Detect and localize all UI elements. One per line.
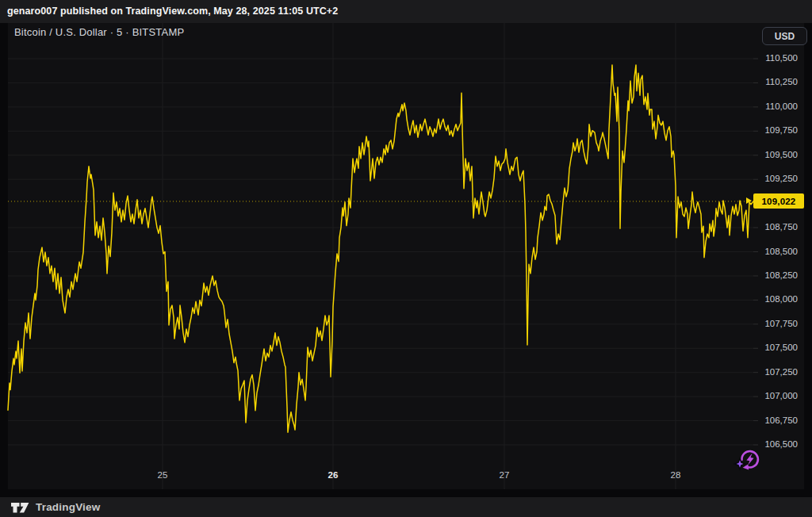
- price-axis-label: 108,250: [755, 270, 798, 280]
- chart-pane[interactable]: [8, 23, 804, 489]
- price-axis-label: 108,000: [755, 294, 798, 304]
- publish-bar: genaro007 published on TradingView.com, …: [0, 0, 812, 23]
- time-axis-label: 28: [658, 470, 693, 480]
- time-axis-label: 25: [145, 470, 180, 480]
- price-axis-label: 107,250: [755, 367, 798, 377]
- currency-toggle-button[interactable]: USD: [762, 27, 807, 45]
- price-axis-label: 107,750: [755, 319, 798, 328]
- price-axis-label: 109,250: [755, 174, 798, 183]
- publish-text: genaro007 published on TradingView.com, …: [0, 0, 338, 23]
- price-axis-label: 110,250: [755, 77, 798, 86]
- tradingview-logo[interactable]: [10, 500, 32, 515]
- symbol-title: Bitcoin / U.S. Dollar · 5 · BITSTAMP: [14, 26, 184, 38]
- price-axis-label: 106,750: [755, 416, 798, 425]
- last-price-label: 109,022: [753, 193, 804, 209]
- time-axis-label: 26: [316, 470, 350, 480]
- brand-bar: TradingView: [0, 497, 812, 517]
- price-axis-label: 108,750: [755, 222, 798, 232]
- price-axis-label: 109,750: [755, 125, 798, 135]
- price-axis-label: 107,500: [755, 343, 798, 352]
- last-price-arrow-icon: [746, 197, 752, 204]
- price-axis-label: 107,000: [755, 391, 798, 400]
- time-axis-label: 27: [487, 470, 522, 480]
- price-axis-label: 110,500: [755, 53, 798, 63]
- price-axis-label: 110,000: [755, 101, 798, 111]
- price-axis-label: 109,500: [755, 150, 798, 159]
- price-axis-label: 108,500: [755, 247, 798, 256]
- tradingview-published-chart: genaro007 published on TradingView.com, …: [0, 0, 812, 517]
- ai-sparkle-refresh-icon[interactable]: [730, 443, 764, 478]
- brand-name[interactable]: TradingView: [36, 501, 100, 513]
